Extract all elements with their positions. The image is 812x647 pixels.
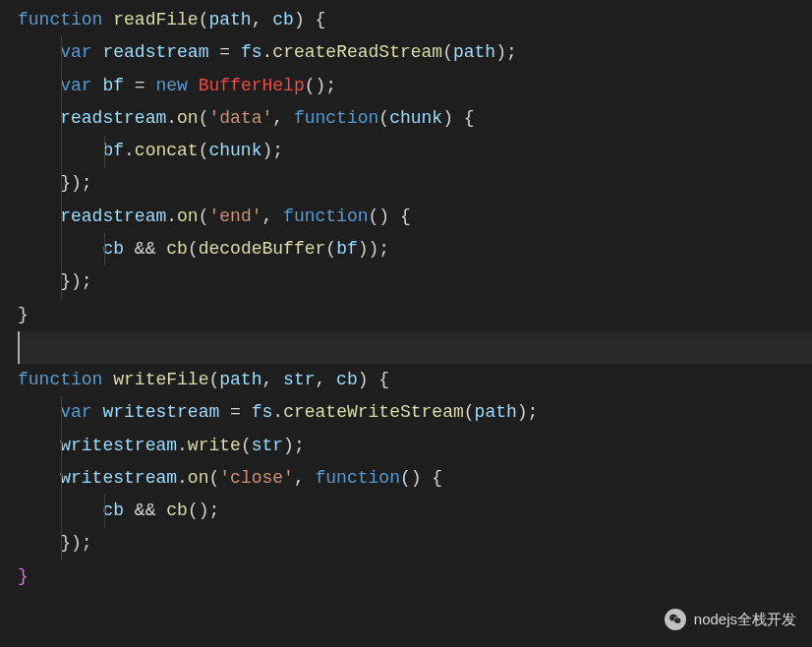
code-token: 'end' (208, 206, 261, 226)
code-line[interactable]: readstream.on('data', function(chunk) { (18, 102, 812, 135)
code-token: ( (325, 239, 336, 259)
code-token: new (155, 76, 187, 95)
code-token: bf (102, 76, 124, 95)
code-token: path (219, 370, 261, 389)
code-token: , (252, 10, 273, 29)
code-token: . (166, 206, 177, 226)
code-token: . (124, 141, 135, 160)
indent-guide (61, 201, 62, 233)
code-token: . (177, 436, 188, 455)
code-editor[interactable]: function readFile(path, cb) { var readst… (0, 0, 812, 597)
indent (18, 533, 60, 553)
code-token: cb (102, 500, 124, 520)
code-token: . (262, 42, 273, 62)
code-token: ( (208, 468, 219, 488)
code-token: str (252, 436, 283, 455)
code-token: write (188, 436, 241, 455)
code-token: bf (336, 239, 358, 259)
code-token (241, 402, 252, 422)
code-token: cb (102, 239, 124, 259)
code-token: ) { (294, 10, 325, 29)
code-token (92, 42, 103, 62)
code-token (188, 76, 199, 95)
code-token: }); (60, 271, 91, 291)
code-line[interactable]: function writeFile(path, str, cb) { (18, 364, 812, 396)
code-token: fs (252, 402, 273, 422)
code-line[interactable]: }); (18, 527, 812, 559)
code-token: , (262, 206, 284, 226)
code-token: readstream (102, 42, 208, 62)
code-token: = (219, 42, 230, 62)
indent-guide (61, 167, 62, 200)
code-line[interactable]: } (18, 560, 812, 593)
cursor-icon (18, 331, 20, 364)
indent-guide (61, 527, 62, 559)
code-token: writestream (60, 436, 177, 455)
indent-guide (61, 430, 62, 462)
code-token: = (230, 402, 241, 422)
code-token: ( (199, 141, 209, 160)
code-line[interactable]: readstream.on('end', function() { (18, 201, 812, 233)
code-token: chunk (389, 108, 442, 128)
code-line[interactable]: writestream.write(str); (18, 430, 812, 462)
code-line[interactable]: var readstream = fs.createReadStream(pat… (18, 36, 812, 69)
code-token: on (177, 206, 199, 226)
watermark-text: nodejs全栈开发 (694, 606, 796, 633)
code-token: cb (336, 370, 358, 389)
code-line[interactable]: var bf = new BufferHelp(); (18, 70, 812, 102)
code-token (230, 42, 241, 62)
code-token (219, 402, 230, 422)
code-token: . (272, 402, 283, 422)
code-token: ( (208, 370, 219, 389)
code-token (155, 500, 166, 520)
code-token (155, 239, 166, 259)
code-token (208, 42, 219, 62)
code-token: bf (102, 141, 124, 160)
code-token: function (294, 108, 378, 128)
code-line[interactable]: var writestream = fs.createWriteStream(p… (18, 396, 812, 429)
code-line[interactable]: cb && cb(decodeBuffer(bf)); (18, 233, 812, 265)
code-token: ( (378, 108, 389, 128)
code-token (92, 402, 103, 422)
indent-guide (61, 36, 62, 69)
code-token: function (316, 468, 400, 488)
indent-guide (61, 102, 62, 135)
code-token (92, 76, 103, 95)
code-token: createWriteStream (283, 402, 464, 422)
code-token: } (18, 305, 29, 324)
code-token: , (316, 370, 337, 389)
code-line[interactable]: writestream.on('close', function() { (18, 462, 812, 495)
indent-guide (61, 396, 62, 429)
code-token: ( (199, 10, 209, 29)
code-token: (); (188, 500, 219, 520)
indent (18, 468, 60, 488)
code-token: on (188, 468, 209, 488)
code-token: , (294, 468, 316, 488)
code-token: cb (166, 239, 188, 259)
indent-guide (61, 265, 62, 298)
indent-guide (61, 495, 62, 527)
code-token: ); (517, 402, 539, 422)
code-token: }); (60, 533, 91, 553)
code-line[interactable]: cb && cb(); (18, 495, 812, 527)
code-token: . (177, 468, 188, 488)
code-token: , (261, 370, 283, 389)
code-token: decodeBuffer (199, 239, 326, 259)
code-token: 'data' (208, 108, 272, 128)
code-token: var (60, 402, 91, 422)
indent-guide (104, 135, 105, 167)
code-token: 'close' (219, 468, 294, 488)
code-line[interactable]: }); (18, 167, 812, 200)
code-token: = (135, 76, 145, 95)
code-line[interactable]: }); (18, 265, 812, 298)
code-token: writestream (102, 402, 219, 422)
code-line[interactable]: } (18, 299, 812, 331)
code-token: ( (199, 206, 209, 226)
indent (18, 436, 60, 455)
indent (18, 271, 60, 291)
code-line[interactable]: function readFile(path, cb) { (18, 4, 812, 36)
code-line[interactable]: bf.concat(chunk); (18, 135, 812, 167)
indent (18, 108, 60, 128)
indent (18, 206, 60, 226)
code-token: , (272, 108, 294, 128)
